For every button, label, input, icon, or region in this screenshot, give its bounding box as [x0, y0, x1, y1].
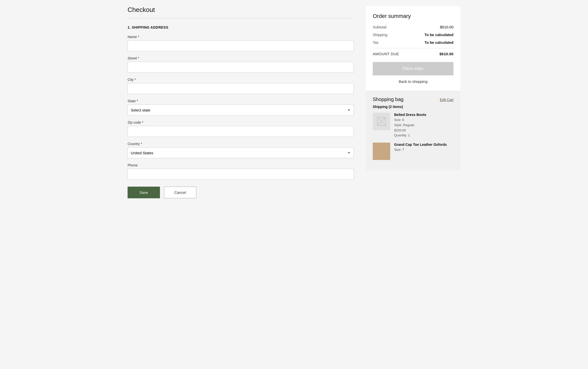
shipping-row: Shipping To be calculated [373, 33, 453, 37]
cart-item-details: Grand Cap Toe Leather Oxfords Size: 7 [394, 143, 453, 160]
tax-value: To be calculated [425, 40, 453, 45]
amount-due-value: $610.00 [440, 52, 453, 56]
city-group: City * [128, 78, 354, 94]
back-to-shopping-link[interactable]: Back to shopping [373, 79, 453, 84]
form-actions: Save Cancel [128, 187, 354, 198]
name-group: Name * [128, 35, 354, 51]
shipping-items-label: Shipping (2 items) [373, 105, 453, 109]
edit-cart-link[interactable]: Edit Cart [440, 98, 453, 102]
section-title: 1. SHIPPING ADDRESS [128, 25, 354, 29]
page-title: Checkout [128, 6, 354, 14]
sidebar: Order summary Subtotal $610.00 Shipping … [366, 6, 460, 363]
tax-row: Tax To be calculated [373, 40, 453, 45]
phone-label: Phone [128, 163, 354, 167]
order-summary-card: Order summary Subtotal $610.00 Shipping … [366, 6, 460, 91]
phone-group: Phone [128, 163, 354, 180]
cart-item-shoe-image [373, 143, 390, 160]
cart-item: Belted Dress Boots Size: 6 Style: Regula… [373, 113, 453, 138]
country-select-wrapper: United StatesCanadaUnited KingdomAustral… [128, 147, 354, 158]
amount-due-label: AMOUNT DUE [373, 52, 399, 56]
subtotal-row: Subtotal $610.00 [373, 25, 453, 29]
subtotal-label: Subtotal [373, 25, 386, 29]
cancel-button[interactable]: Cancel [164, 187, 196, 198]
tax-label: Tax [373, 40, 378, 45]
shopping-bag-card: Shopping bag Edit Cart Shipping (2 items… [366, 91, 460, 170]
order-summary-title: Order summary [373, 13, 453, 19]
cart-item-meta: Size: 7 [394, 147, 453, 153]
street-group: Street * [128, 56, 354, 73]
subtotal-value: $610.00 [440, 25, 453, 29]
city-input[interactable] [128, 83, 354, 94]
street-input[interactable] [128, 62, 354, 73]
shipping-value: To be calculated [425, 33, 453, 37]
section-divider [128, 18, 354, 18]
zip-label: Zip code * [128, 120, 354, 124]
save-button[interactable]: Save [128, 187, 160, 198]
state-select[interactable]: Select stateAlabamaAlaskaArizonaArkansas… [128, 105, 354, 115]
shipping-address-section: 1. SHIPPING ADDRESS Name * Street * City… [128, 25, 354, 198]
order-divider [373, 48, 453, 48]
cart-item-name: Belted Dress Boots [394, 113, 453, 117]
country-select[interactable]: United StatesCanadaUnited KingdomAustral… [128, 147, 354, 158]
cart-item-meta: Size: 6 Style: Regular $220.00 Quantity:… [394, 117, 453, 138]
shopping-bag-header: Shopping bag Edit Cart [373, 97, 453, 102]
place-order-button[interactable]: Place order [373, 62, 453, 75]
page-wrapper: Checkout 1. SHIPPING ADDRESS Name * Stre… [120, 0, 468, 369]
image-placeholder-icon [377, 117, 386, 126]
state-group: State * Select stateAlabamaAlaskaArizona… [128, 99, 354, 115]
cart-item-image-placeholder [373, 113, 390, 130]
cart-item-name: Grand Cap Toe Leather Oxfords [394, 143, 453, 147]
name-label: Name * [128, 35, 354, 39]
state-select-wrapper: Select stateAlabamaAlaskaArizonaArkansas… [128, 105, 354, 115]
amount-due-row: AMOUNT DUE $610.00 [373, 52, 453, 56]
city-label: City * [128, 78, 354, 82]
cart-item: Grand Cap Toe Leather Oxfords Size: 7 [373, 143, 453, 160]
zip-group: Zip code * [128, 120, 354, 137]
country-group: Country * United StatesCanadaUnited King… [128, 142, 354, 158]
zip-input[interactable] [128, 126, 354, 137]
cart-item-details: Belted Dress Boots Size: 6 Style: Regula… [394, 113, 453, 138]
main-content: Checkout 1. SHIPPING ADDRESS Name * Stre… [128, 6, 354, 363]
street-label: Street * [128, 56, 354, 60]
shipping-label: Shipping [373, 33, 387, 37]
state-label: State * [128, 99, 354, 103]
phone-input[interactable] [128, 169, 354, 180]
shopping-bag-title: Shopping bag [373, 97, 403, 102]
country-label: Country * [128, 142, 354, 146]
name-input[interactable] [128, 40, 354, 51]
